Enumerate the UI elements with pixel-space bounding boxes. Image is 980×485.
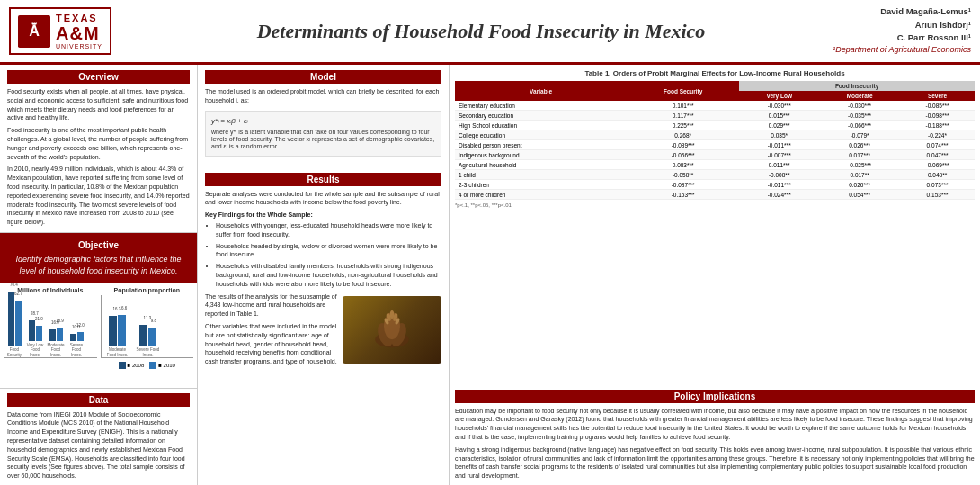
- row-value: 0.029***: [739, 121, 819, 130]
- row-variable-label: Elementary education: [455, 101, 627, 111]
- col-moderate: Moderate: [819, 91, 900, 101]
- right-column: Table 1. Orders of Probit Marginal Effec…: [450, 65, 980, 485]
- results-section: Results Separate analyses were conducted…: [198, 167, 449, 485]
- author-names: David Magaña-Lemus¹ Ariun Ishdorj¹ C. Pa…: [773, 5, 971, 44]
- table-row: 1 child-0.058**-0.008**0.017**0.048**: [455, 170, 975, 180]
- middle-column: Model The model used is an ordered probi…: [198, 65, 450, 485]
- tamu-emblem-icon: Ā Φ: [18, 15, 50, 48]
- objective-header: Objective: [7, 240, 190, 250]
- left-chart: Millions of Individuals 70.4 62.7: [4, 287, 97, 383]
- table-section: Table 1. Orders of Probit Marginal Effec…: [450, 65, 980, 385]
- row-value: -0.007***: [739, 150, 819, 160]
- row-variable-label: High School education: [455, 121, 627, 130]
- overview-header: Overview: [7, 70, 190, 84]
- author-info: David Magaña-Lemus¹ Ariun Ishdorj¹ C. Pa…: [773, 5, 971, 56]
- row-value: 0.083***: [627, 160, 739, 170]
- row-value: 0.268*: [627, 130, 739, 140]
- policy-p1: Education may be important to food secur…: [455, 407, 975, 442]
- table-row: Indigenous background-0.056***-0.007***0…: [455, 150, 975, 160]
- row-variable-label: Disabled person present: [455, 140, 627, 150]
- right-chart-title: Population proportion: [101, 287, 194, 293]
- row-value: 0.048**: [900, 170, 975, 180]
- row-value: -0.098***: [900, 111, 975, 121]
- row-variable-label: 4 or more children: [455, 190, 627, 200]
- col-very-low: Very Low: [739, 91, 819, 101]
- row-variable-label: 1 child: [455, 170, 627, 180]
- legend-2008: ■ 2008: [119, 362, 145, 369]
- objective-text: Identify demographic factors that influe…: [7, 254, 190, 276]
- row-value: 0.054***: [819, 190, 900, 200]
- table-row: Elementary education0.101***-0.030***-0.…: [455, 101, 975, 111]
- row-value: -0.011***: [739, 140, 819, 150]
- header-title: Determinants of Household Food Insecurit…: [189, 20, 773, 43]
- logo-area: Ā Φ TEXAS A&M UNIVERSITY: [9, 7, 189, 56]
- poster: Ā Φ TEXAS A&M UNIVERSITY Determinants of…: [0, 0, 980, 485]
- row-value: 0.026***: [819, 140, 900, 150]
- table-footnote: *p<.1, **p<.05, ***p<.01: [455, 202, 975, 208]
- results-intro: Separate analyses were conducted for the…: [205, 190, 441, 208]
- finding-1: Households with younger, less-educated h…: [216, 221, 441, 239]
- table-row: Agricultural household0.083***0.011***-0…: [455, 160, 975, 170]
- model-section: Model The model used is an ordered probi…: [198, 65, 449, 167]
- row-value: 0.026***: [819, 180, 900, 190]
- row-value: 0.225***: [627, 121, 739, 130]
- row-value: 0.117***: [627, 111, 739, 121]
- texas-label: TEXAS: [56, 13, 102, 23]
- overview-section: Overview Food security exists when all p…: [0, 65, 197, 233]
- row-value: -0.087***: [627, 180, 739, 190]
- model-description: The model used is an ordered probit mode…: [205, 87, 441, 105]
- author-3: C. Parr Rosson III¹: [773, 31, 971, 44]
- row-variable-label: 2-3 children: [455, 180, 627, 190]
- row-value: -0.008**: [739, 170, 819, 180]
- row-value: -0.030***: [819, 101, 900, 111]
- bar-label-1: Food Security: [5, 347, 23, 357]
- legend-2008-label: ■ 2008: [128, 363, 145, 368]
- findings-title: Key Findings for the Whole Sample:: [205, 211, 441, 220]
- row-value: 0.011***: [739, 160, 819, 170]
- row-value: 0.047***: [900, 150, 975, 160]
- other-variables: Other variables that were included in th…: [205, 322, 337, 366]
- table-row: 4 or more children-0.153***-0.024***0.05…: [455, 190, 975, 200]
- row-value: 0.035*: [739, 130, 819, 140]
- row-value: 0.153***: [900, 190, 975, 200]
- results-header: Results: [205, 173, 441, 186]
- policy-text: Education may be important to food secur…: [455, 407, 975, 481]
- col-food-insecurity-group: Food Insecurity: [739, 81, 975, 91]
- university-label: UNIVERSITY: [56, 43, 102, 50]
- data-header: Data: [7, 393, 190, 407]
- tamu-text: TEXAS A&M UNIVERSITY: [56, 13, 102, 50]
- row-value: -0.085***: [900, 101, 975, 111]
- food-image: [343, 296, 441, 364]
- logo-box: Ā Φ TEXAS A&M UNIVERSITY: [9, 7, 111, 56]
- data-text: Data come from INEGI 2010 Module of Soci…: [7, 410, 190, 481]
- svg-text:Φ: Φ: [31, 19, 37, 27]
- row-variable-label: Secondary education: [455, 111, 627, 121]
- formula-box: y*ᵢ = xᵢβ + εᵢ where y*ᵢ is a latent var…: [205, 111, 441, 157]
- row-value: 0.073***: [900, 180, 975, 190]
- finding-2: Households headed by single, widow or di…: [216, 242, 441, 260]
- poster-title: Determinants of Household Food Insecurit…: [189, 20, 773, 43]
- results-table: Variable Food Security Food Insecurity V…: [455, 81, 975, 200]
- row-value: -0.188***: [900, 121, 975, 130]
- row-value: -0.224*: [900, 130, 975, 140]
- model-header: Model: [205, 70, 441, 84]
- table-row: High School education0.225***0.029***-0.…: [455, 121, 975, 130]
- row-value: 0.015***: [739, 111, 819, 121]
- legend-2010-label: ■ 2010: [158, 363, 175, 368]
- bar-label-2: Very Low Food Insec.: [26, 343, 44, 357]
- table-row: College education0.268*0.035*-0.079*-0.2…: [455, 130, 975, 140]
- row-variable-label: Indigenous background: [455, 150, 627, 160]
- objective-section: Objective Identify demographic factors t…: [0, 233, 197, 283]
- policy-header: Policy Implications: [455, 390, 975, 403]
- row-value: -0.011***: [739, 180, 819, 190]
- charts-row: Millions of Individuals 70.4 62.7: [4, 287, 193, 383]
- policy-section: Policy Implications Education may be imp…: [450, 385, 980, 485]
- row-value: -0.024***: [739, 190, 819, 200]
- row-variable-label: Agricultural household: [455, 160, 627, 170]
- overview-text: Food security exists when all people, at…: [7, 87, 190, 227]
- policy-p2: Having a strong indigenous background (n…: [455, 445, 975, 481]
- bar-label-3: Moderate Food Insec.: [47, 343, 65, 357]
- row-value: -0.025***: [819, 160, 900, 170]
- department: ¹Department of Agricultural Economics: [773, 44, 971, 57]
- col-severe: Severe: [900, 91, 975, 101]
